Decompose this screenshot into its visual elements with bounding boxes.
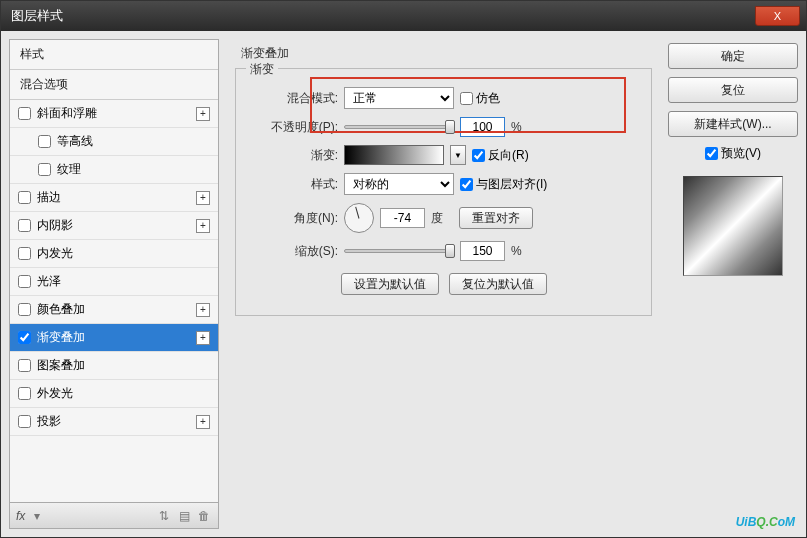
- opacity-slider[interactable]: [344, 125, 454, 129]
- opacity-unit: %: [511, 120, 522, 134]
- blend-mode-select[interactable]: 正常: [344, 87, 454, 109]
- scale-unit: %: [511, 244, 522, 258]
- gradient-fieldset: 渐变 混合模式: 正常 仿色 不透明度(P): % 渐变: ▼ 反向(R): [235, 68, 652, 316]
- panel-title: 渐变叠加: [235, 43, 652, 64]
- style-item-checkbox[interactable]: [18, 415, 31, 428]
- style-item-3[interactable]: 描边+: [10, 184, 218, 212]
- style-item-label: 光泽: [37, 273, 61, 290]
- style-item-checkbox[interactable]: [18, 331, 31, 344]
- style-item-7[interactable]: 颜色叠加+: [10, 296, 218, 324]
- dither-checkbox[interactable]: 仿色: [460, 90, 500, 107]
- style-item-label: 纹理: [57, 161, 81, 178]
- style-select[interactable]: 对称的: [344, 173, 454, 195]
- style-item-2[interactable]: 纹理: [10, 156, 218, 184]
- style-item-checkbox[interactable]: [18, 219, 31, 232]
- add-effect-icon[interactable]: +: [196, 107, 210, 121]
- chevron-down-icon[interactable]: ▾: [29, 508, 45, 524]
- style-item-label: 渐变叠加: [37, 329, 85, 346]
- reset-default-button[interactable]: 复位为默认值: [449, 273, 547, 295]
- style-item-10[interactable]: 外发光: [10, 380, 218, 408]
- opacity-input[interactable]: [460, 117, 505, 137]
- angle-dial[interactable]: [344, 203, 374, 233]
- layer-style-dialog: 图层样式 X 样式 混合选项 斜面和浮雕+等高线纹理描边+内阴影+内发光光泽颜色…: [0, 0, 807, 538]
- window-title: 图层样式: [11, 7, 63, 25]
- blend-mode-label: 混合模式:: [248, 90, 338, 107]
- reset-button[interactable]: 复位: [668, 77, 798, 103]
- blend-options-header[interactable]: 混合选项: [10, 70, 218, 100]
- style-item-label: 投影: [37, 413, 61, 430]
- style-item-6[interactable]: 光泽: [10, 268, 218, 296]
- style-item-checkbox[interactable]: [18, 107, 31, 120]
- style-item-label: 外发光: [37, 385, 73, 402]
- styles-list-panel: 样式 混合选项 斜面和浮雕+等高线纹理描边+内阴影+内发光光泽颜色叠加+渐变叠加…: [9, 39, 219, 529]
- gradient-dropdown-icon[interactable]: ▼: [450, 145, 466, 165]
- dialog-body: 样式 混合选项 斜面和浮雕+等高线纹理描边+内阴影+内发光光泽颜色叠加+渐变叠加…: [1, 31, 806, 537]
- page-icon[interactable]: ▤: [176, 508, 192, 524]
- gradient-label: 渐变:: [248, 147, 338, 164]
- preview-checkbox[interactable]: 预览(V): [668, 145, 798, 162]
- preview-swatch: [683, 176, 783, 276]
- style-item-checkbox[interactable]: [18, 247, 31, 260]
- style-item-11[interactable]: 投影+: [10, 408, 218, 436]
- opacity-label: 不透明度(P):: [248, 119, 338, 136]
- close-button[interactable]: X: [755, 6, 800, 26]
- style-item-checkbox[interactable]: [18, 191, 31, 204]
- add-effect-icon[interactable]: +: [196, 303, 210, 317]
- watermark: UiBQ.CoM: [736, 506, 795, 532]
- settings-panel: 渐变叠加 渐变 混合模式: 正常 仿色 不透明度(P): % 渐变:: [225, 39, 662, 529]
- style-item-4[interactable]: 内阴影+: [10, 212, 218, 240]
- style-item-checkbox[interactable]: [18, 275, 31, 288]
- scale-slider[interactable]: [344, 249, 454, 253]
- add-effect-icon[interactable]: +: [196, 191, 210, 205]
- styles-footer: fx ▾ ⇅ ▤ 🗑: [10, 502, 218, 528]
- gradient-swatch[interactable]: [344, 145, 444, 165]
- titlebar[interactable]: 图层样式 X: [1, 1, 806, 31]
- style-item-1[interactable]: 等高线: [10, 128, 218, 156]
- reverse-checkbox[interactable]: 反向(R): [472, 147, 529, 164]
- add-effect-icon[interactable]: +: [196, 415, 210, 429]
- style-item-8[interactable]: 渐变叠加+: [10, 324, 218, 352]
- style-item-label: 等高线: [57, 133, 93, 150]
- style-item-checkbox[interactable]: [18, 359, 31, 372]
- align-checkbox[interactable]: 与图层对齐(I): [460, 176, 547, 193]
- style-item-checkbox[interactable]: [38, 163, 51, 176]
- style-item-label: 斜面和浮雕: [37, 105, 97, 122]
- style-item-0[interactable]: 斜面和浮雕+: [10, 100, 218, 128]
- scale-label: 缩放(S):: [248, 243, 338, 260]
- style-item-checkbox[interactable]: [18, 387, 31, 400]
- angle-unit: 度: [431, 210, 443, 227]
- scale-input[interactable]: [460, 241, 505, 261]
- angle-label: 角度(N):: [248, 210, 338, 227]
- trash-icon[interactable]: 🗑: [196, 508, 212, 524]
- add-effect-icon[interactable]: +: [196, 219, 210, 233]
- styles-header[interactable]: 样式: [10, 40, 218, 70]
- style-item-label: 内发光: [37, 245, 73, 262]
- style-item-label: 颜色叠加: [37, 301, 85, 318]
- up-down-icon[interactable]: ⇅: [156, 508, 172, 524]
- ok-button[interactable]: 确定: [668, 43, 798, 69]
- style-item-label: 描边: [37, 189, 61, 206]
- fieldset-label: 渐变: [246, 61, 278, 78]
- fx-icon[interactable]: fx: [16, 509, 25, 523]
- reset-align-button[interactable]: 重置对齐: [459, 207, 533, 229]
- style-item-checkbox[interactable]: [18, 303, 31, 316]
- style-label: 样式:: [248, 176, 338, 193]
- action-panel: 确定 复位 新建样式(W)... 预览(V): [668, 39, 798, 529]
- angle-input[interactable]: [380, 208, 425, 228]
- style-item-5[interactable]: 内发光: [10, 240, 218, 268]
- style-item-label: 内阴影: [37, 217, 73, 234]
- style-item-label: 图案叠加: [37, 357, 85, 374]
- style-item-checkbox[interactable]: [38, 135, 51, 148]
- set-default-button[interactable]: 设置为默认值: [341, 273, 439, 295]
- add-effect-icon[interactable]: +: [196, 331, 210, 345]
- style-item-9[interactable]: 图案叠加: [10, 352, 218, 380]
- new-style-button[interactable]: 新建样式(W)...: [668, 111, 798, 137]
